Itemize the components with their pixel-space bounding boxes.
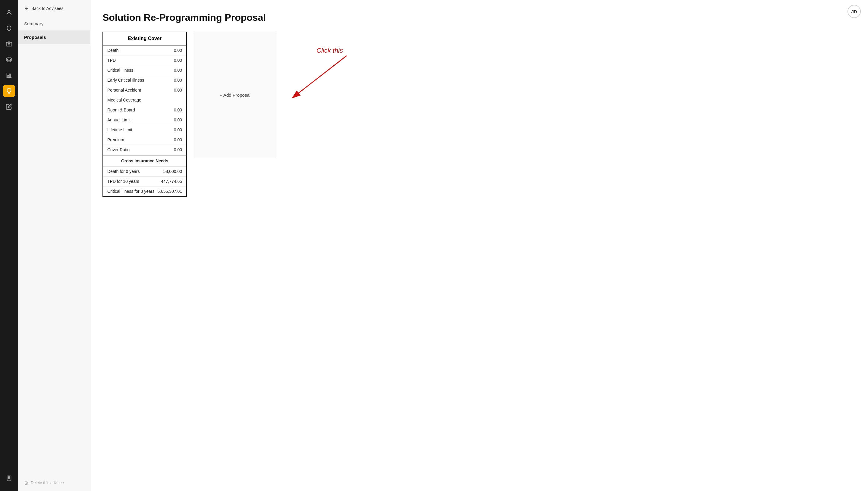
premium-value: 0.00 bbox=[174, 137, 182, 142]
table-row-lifetime-limit: Lifetime Limit 0.00 bbox=[103, 125, 186, 135]
sidebar-icon-edit[interactable] bbox=[3, 100, 15, 113]
add-proposal-label: + Add Proposal bbox=[220, 92, 250, 97]
table-row-medical-coverage: Medical Coverage bbox=[103, 95, 186, 105]
trash-icon bbox=[24, 481, 28, 485]
back-to-advisees-link[interactable]: Back to Advisees bbox=[18, 0, 90, 17]
sidebar-icon-layers[interactable] bbox=[3, 54, 15, 66]
sidebar-icon-camera[interactable] bbox=[3, 38, 15, 50]
click-this-label: Click this bbox=[316, 47, 343, 55]
cover-ratio-label: Cover Ratio bbox=[107, 147, 130, 152]
delete-advisee-link[interactable]: Delete this advisee bbox=[24, 481, 84, 485]
ci-years-value: 5,655,307.01 bbox=[157, 189, 182, 194]
svg-point-0 bbox=[8, 10, 10, 13]
table-row-premium: Premium 0.00 bbox=[103, 135, 186, 145]
premium-label: Premium bbox=[107, 137, 124, 142]
left-panel: Back to Advisees Summary Proposals Delet… bbox=[18, 0, 90, 491]
death-years-value: 58,000.00 bbox=[163, 169, 182, 174]
ci-years-label: Critical Illness for 3 years bbox=[107, 189, 154, 194]
sidebar-icon-lightbulb[interactable] bbox=[3, 85, 15, 97]
tpd-years-label: TPD for 10 years bbox=[107, 179, 139, 184]
annotation-area: + Add Proposal Click this bbox=[193, 32, 856, 158]
delete-label: Delete this advisee bbox=[31, 481, 64, 485]
sidebar-icon-chart[interactable] bbox=[3, 69, 15, 81]
nav-item-proposals[interactable]: Proposals bbox=[18, 30, 90, 44]
sidebar bbox=[0, 0, 18, 491]
table-row-personal-accident: Personal Accident 0.00 bbox=[103, 85, 186, 95]
room-board-label: Room & Board bbox=[107, 108, 135, 112]
lifetime-limit-value: 0.00 bbox=[174, 127, 182, 132]
existing-cover-table: Existing Cover Death 0.00 TPD 0.00 Criti… bbox=[103, 32, 187, 197]
medical-coverage-label: Medical Coverage bbox=[107, 97, 141, 103]
svg-rect-6 bbox=[7, 75, 9, 78]
table-row-tpd-years: TPD for 10 years 447,774.65 bbox=[103, 176, 186, 186]
personal-accident-value: 0.00 bbox=[174, 88, 182, 92]
tpd-value: 0.00 bbox=[174, 58, 182, 63]
avatar[interactable]: JD bbox=[847, 5, 861, 18]
main-content: JD Solution Re-Programming Proposal Exis… bbox=[90, 0, 868, 491]
back-arrow-icon bbox=[24, 6, 29, 11]
svg-point-2 bbox=[8, 44, 10, 45]
sidebar-icon-person[interactable] bbox=[3, 7, 15, 19]
death-value: 0.00 bbox=[174, 48, 182, 53]
room-board-value: 0.00 bbox=[174, 108, 182, 112]
early-critical-illness-label: Early Critical Illness bbox=[107, 78, 144, 83]
svg-rect-7 bbox=[9, 74, 10, 78]
table-row-room-board: Room & Board 0.00 bbox=[103, 105, 186, 115]
gross-insurance-needs-heading: Gross Insurance Needs bbox=[103, 155, 186, 167]
early-critical-illness-value: 0.00 bbox=[174, 78, 182, 83]
nav-item-summary[interactable]: Summary bbox=[18, 17, 90, 30]
annual-limit-value: 0.00 bbox=[174, 117, 182, 122]
table-row-death-years: Death for 0 years 58,000.00 bbox=[103, 167, 186, 176]
tpd-label: TPD bbox=[107, 58, 116, 63]
annotation-arrow-svg bbox=[277, 32, 374, 158]
death-years-label: Death for 0 years bbox=[107, 169, 140, 174]
cover-ratio-value: 0.00 bbox=[174, 147, 182, 152]
table-row-cover-ratio: Cover Ratio 0.00 bbox=[103, 145, 186, 155]
back-link-label: Back to Advisees bbox=[31, 6, 64, 11]
table-row-annual-limit: Annual Limit 0.00 bbox=[103, 115, 186, 125]
death-label: Death bbox=[107, 48, 118, 53]
lifetime-limit-label: Lifetime Limit bbox=[107, 127, 132, 132]
table-row-early-critical-illness: Early Critical Illness 0.00 bbox=[103, 75, 186, 85]
table-row-ci-years: Critical Illness for 3 years 5,655,307.0… bbox=[103, 186, 186, 196]
critical-illness-label: Critical Illness bbox=[107, 68, 133, 73]
table-row-tpd: TPD 0.00 bbox=[103, 55, 186, 65]
sidebar-icon-clipboard[interactable] bbox=[3, 472, 15, 484]
existing-cover-heading: Existing Cover bbox=[103, 32, 186, 46]
tpd-years-value: 447,774.65 bbox=[161, 179, 182, 184]
sidebar-icon-shield[interactable] bbox=[3, 22, 15, 34]
page-title: Solution Re-Programming Proposal bbox=[103, 12, 856, 23]
svg-rect-1 bbox=[6, 42, 12, 47]
top-bar: JD bbox=[847, 5, 861, 18]
table-row-critical-illness: Critical Illness 0.00 bbox=[103, 65, 186, 75]
annual-limit-label: Annual Limit bbox=[107, 117, 131, 122]
personal-accident-label: Personal Accident bbox=[107, 88, 141, 92]
critical-illness-value: 0.00 bbox=[174, 68, 182, 73]
table-row-death: Death 0.00 bbox=[103, 46, 186, 55]
add-proposal-button[interactable]: + Add Proposal bbox=[193, 32, 277, 158]
content-row: Existing Cover Death 0.00 TPD 0.00 Criti… bbox=[103, 32, 856, 197]
svg-line-13 bbox=[292, 56, 346, 98]
